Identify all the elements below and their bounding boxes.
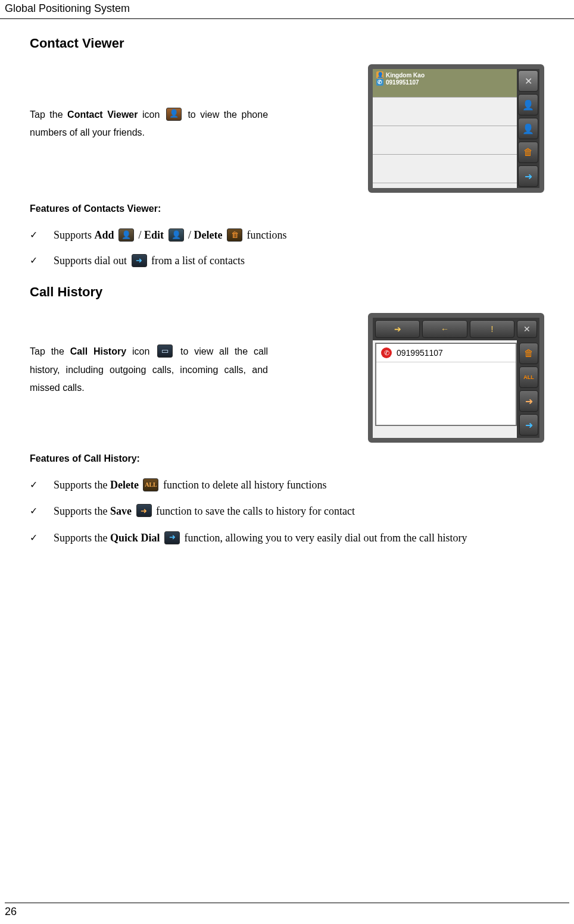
missed-call-icon: ✆: [381, 347, 392, 358]
contact-row-empty[interactable]: [373, 98, 517, 126]
person-icon: 👤: [376, 71, 383, 79]
contact-name: Kingdom Kao: [386, 72, 425, 79]
cv-para-bold: Contact Viewer: [67, 109, 138, 120]
phone-mini-icon: ✆: [376, 79, 383, 86]
add-contact-icon: 👤: [522, 99, 534, 111]
call-number: 0919951107: [397, 348, 443, 358]
edit-contact-button[interactable]: 👤: [518, 118, 538, 139]
ch-feature-2: Supports the Save ➜ function to save the…: [30, 499, 544, 524]
delete-all-icon: ALL: [143, 478, 158, 491]
contact-viewer-icon: 👤: [166, 108, 182, 121]
call-history-title: Call History: [30, 284, 544, 300]
contacts-features-heading: Features of Contacts Viewer:: [30, 203, 544, 214]
delete-icon: 🗑: [227, 228, 242, 242]
save-icon: ➜: [136, 504, 152, 517]
missed-icon: !: [491, 324, 493, 334]
page-number: 26: [5, 906, 17, 917]
quick-dial-button[interactable]: ➜: [519, 414, 538, 436]
incoming-tab[interactable]: ←: [422, 320, 467, 338]
ch-para-pre: Tap the: [30, 346, 70, 356]
cv-para-pre: Tap the: [30, 109, 67, 120]
save-to-contact-icon: ➜: [525, 396, 533, 407]
ch-para-bold: Call History: [70, 346, 126, 356]
call-list[interactable]: ✆ 0919951107: [375, 343, 517, 426]
contact-viewer-paragraph: Tap the Contact Viewer icon 👤 to view th…: [30, 64, 268, 142]
cv-feature-1: Supports Add 👤 / Edit 👤 / Delete 🗑 funct…: [30, 223, 544, 248]
close-icon: ✕: [523, 324, 531, 334]
edit-icon: 👤: [169, 228, 184, 242]
outgoing-icon: ➔: [394, 324, 401, 334]
cv-feature-2: Supports dial out ➜ from a list of conta…: [30, 248, 544, 274]
quick-dial-inline-icon: ➜: [164, 531, 180, 544]
contacts-feature-list: Supports Add 👤 / Edit 👤 / Delete 🗑 funct…: [30, 223, 544, 274]
contact-row-empty[interactable]: [373, 155, 517, 183]
contact-row-selected[interactable]: 👤 Kingdom Kao ✆ 0919951107: [373, 69, 517, 98]
cv-para-mid: icon: [142, 109, 164, 120]
dial-out-icon: ➜: [132, 254, 147, 267]
add-contact-button[interactable]: 👤: [518, 94, 538, 115]
delete-entry-button[interactable]: 🗑: [519, 343, 538, 364]
delete-all-icon: ALL: [523, 374, 534, 380]
page-footer: 26: [5, 903, 569, 918]
contact-viewer-title: Contact Viewer: [30, 36, 544, 51]
ch-para-mid: icon: [132, 346, 155, 356]
page-header: Global Positioning System: [0, 0, 574, 19]
delete-entry-icon: 🗑: [524, 348, 534, 359]
ch-feature-3: Supports the Quick Dial ➜ function, allo…: [30, 528, 544, 548]
missed-tab[interactable]: !: [470, 320, 514, 338]
edit-contact-icon: 👤: [522, 123, 534, 134]
outgoing-tab[interactable]: ➔: [375, 320, 420, 338]
call-list-row[interactable]: ✆ 0919951107: [376, 344, 516, 362]
dial-icon: ➜: [525, 171, 532, 182]
ch-feature-1: Supports the Delete ALL function to dele…: [30, 472, 544, 498]
delete-contact-icon: 🗑: [523, 147, 533, 158]
callhist-feature-list: Supports the Delete ALL function to dele…: [30, 472, 544, 548]
call-history-screenshot: ➔ ← ! ✕ ✆ 0919951107 🗑 ALL ➜: [368, 313, 544, 443]
header-text: Global Positioning System: [5, 2, 130, 14]
call-history-paragraph: Tap the Call History icon ▭ to view all …: [30, 313, 268, 397]
add-icon: 👤: [118, 228, 134, 242]
delete-contact-button[interactable]: 🗑: [518, 142, 538, 163]
callhist-features-heading: Features of Call History:: [30, 453, 544, 464]
dial-button[interactable]: ➜: [518, 165, 538, 187]
contact-number: 0919951107: [386, 79, 419, 86]
contact-viewer-screenshot: 👤 Kingdom Kao ✆ 0919951107: [368, 64, 544, 193]
save-to-contact-button[interactable]: ➜: [519, 390, 538, 412]
close-button[interactable]: ✕: [518, 70, 538, 92]
incoming-icon: ←: [441, 324, 449, 334]
contact-row-empty[interactable]: [373, 126, 517, 155]
call-history-icon: ▭: [157, 344, 173, 358]
close-icon: ✕: [525, 76, 532, 87]
quick-dial-icon: ➜: [525, 419, 533, 431]
close-button[interactable]: ✕: [517, 320, 537, 338]
delete-all-button[interactable]: ALL: [519, 367, 538, 388]
